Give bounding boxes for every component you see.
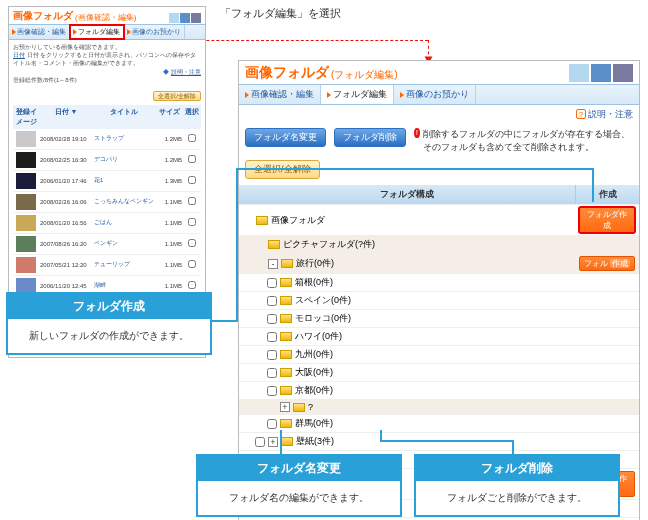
cell-title[interactable]: ペンギン	[93, 237, 155, 250]
cell-size: 1.1MB	[155, 281, 183, 291]
sort-size[interactable]: サイズ	[155, 105, 183, 129]
row-checkbox[interactable]	[188, 197, 196, 205]
folder-label: ハワイ(0件)	[295, 330, 342, 343]
cell-title[interactable]: チューリップ	[93, 258, 155, 271]
thumbnail[interactable]	[16, 236, 36, 252]
sort-date[interactable]: 日付 ▼	[39, 105, 93, 129]
cell-title[interactable]: デコパリ	[93, 153, 155, 166]
select-all-button[interactable]: 全選択/全解除	[153, 91, 201, 101]
help-icon: ?	[576, 109, 586, 119]
table-row: 2008/02/25 16:30デコパリ1.2MB	[13, 150, 201, 171]
tree-row: 群馬(0件)	[239, 414, 639, 432]
sort-name[interactable]: タイトル	[93, 105, 155, 129]
row-checkbox[interactable]	[188, 218, 196, 226]
panel-header: 画像フォルダ (フォルダ編集)	[239, 61, 639, 84]
tab-bar: 画像確認・編集 フォルダ編集 画像のお預かり	[239, 84, 639, 105]
cell-title[interactable]: 湖畔	[93, 279, 155, 292]
thumbnail[interactable]	[16, 257, 36, 273]
connector-line	[592, 168, 594, 202]
row-checkbox[interactable]	[267, 386, 277, 396]
row-checkbox[interactable]	[267, 419, 277, 429]
row-checkbox[interactable]	[267, 368, 277, 378]
create-folder-button[interactable]: フォルダ作成	[579, 207, 635, 233]
callout-title: フォルダ名変更	[198, 456, 400, 481]
tab-image-keep[interactable]: 画像のお預かり	[394, 85, 476, 104]
connector-line	[212, 320, 238, 322]
tab-folder-edit[interactable]: フォルダ編集	[321, 85, 394, 104]
folder-label: 大阪(0件)	[295, 366, 333, 379]
help-link[interactable]: 説明・注意	[171, 69, 201, 75]
folder-edit-panel: 画像フォルダ (フォルダ編集) 画像確認・編集 フォルダ編集 画像のお預かり ?…	[238, 60, 640, 520]
header-decoration	[169, 13, 201, 23]
callout-folder-rename: フォルダ名変更 フォルダ名の編集ができます。	[196, 454, 402, 517]
date-link[interactable]: 日付	[13, 52, 25, 58]
tree-header: フォルダ構成 作成	[239, 185, 639, 204]
rename-folder-button[interactable]: フォルダ名変更	[245, 128, 326, 147]
expand-toggle[interactable]: +	[280, 402, 290, 412]
cell-title[interactable]: ストラップ	[93, 132, 155, 145]
row-checkbox[interactable]	[267, 278, 277, 288]
folder-label: 群馬(0件)	[295, 417, 333, 430]
row-checkbox[interactable]	[267, 314, 277, 324]
thumbnail[interactable]	[16, 215, 36, 231]
tree-row: 箱根(0件)	[239, 273, 639, 291]
row-checkbox[interactable]	[188, 260, 196, 268]
folder-icon	[268, 240, 280, 249]
callout-folder-create: フォルダ作成 新しいフォルダの作成ができます。	[6, 292, 212, 355]
cell-date: 2006/01/20 17:46	[39, 176, 93, 186]
row-checkbox[interactable]	[267, 296, 277, 306]
cell-title[interactable]: こっちみんなペンギン	[93, 195, 155, 208]
cell-date: 2007/05/21 12:20	[39, 260, 93, 270]
folder-label: 画像フォルダ	[271, 214, 325, 227]
connector-line	[512, 440, 514, 454]
folder-label: スペイン(0件)	[295, 294, 351, 307]
help-link[interactable]: 説明・注意	[588, 109, 633, 119]
cell-size: 1.1MB	[155, 260, 183, 270]
row-checkbox[interactable]	[188, 155, 196, 163]
thumbnail[interactable]	[16, 152, 36, 168]
top-actions: フォルダ名変更 フォルダ削除 ! 削除するフォルダの中にフォルダが存在する場合、…	[239, 124, 639, 158]
connector-line	[380, 430, 382, 440]
tab-image-check[interactable]: 画像確認・編集	[9, 25, 70, 39]
tab-image-keep[interactable]: 画像のお預かり	[124, 25, 185, 39]
folder-icon	[280, 278, 292, 287]
row-checkbox[interactable]	[188, 281, 196, 289]
create-folder-button[interactable]: フォル作成	[579, 256, 635, 271]
folder-label: 九州(0件)	[295, 348, 333, 361]
cell-date: 2008/02/26 16:06	[39, 197, 93, 207]
row-checkbox[interactable]	[188, 134, 196, 142]
cell-title[interactable]: ごはん	[93, 216, 155, 229]
folder-icon	[293, 403, 305, 412]
callout-body: フォルダ名の編集ができます。	[198, 481, 400, 515]
connector-line	[380, 440, 512, 442]
thumbnail[interactable]	[16, 194, 36, 210]
callout-folder-delete: フォルダ削除 フォルダごと削除ができます。	[414, 454, 620, 517]
callout-title: フォルダ削除	[416, 456, 618, 481]
panel-header: 画像フォルダ (画像確認・編集)	[9, 7, 205, 24]
folder-icon	[280, 296, 292, 305]
cell-size: 1.1MB	[155, 197, 183, 207]
cell-size: 1.1MB	[155, 239, 183, 249]
thumbnail[interactable]	[16, 173, 36, 189]
cell-size: 1.3MB	[155, 176, 183, 186]
chevron-right-icon	[73, 29, 77, 35]
panel-title: 画像フォルダ	[13, 9, 73, 23]
row-checkbox[interactable]	[188, 239, 196, 247]
delete-warning: ! 削除するフォルダの中にフォルダが存在する場合、そのフォルダも含めて全て削除さ…	[414, 128, 633, 154]
thumbnail[interactable]	[16, 131, 36, 147]
expand-toggle[interactable]: -	[268, 259, 278, 269]
delete-folder-button[interactable]: フォルダ削除	[334, 128, 406, 147]
tab-folder-edit[interactable]: フォルダ編集	[70, 25, 124, 39]
tree-row: ハワイ(0件)	[239, 327, 639, 345]
tree-row: 九州(0件)	[239, 345, 639, 363]
row-checkbox[interactable]	[255, 437, 265, 447]
row-checkbox[interactable]	[267, 332, 277, 342]
row-checkbox[interactable]	[188, 176, 196, 184]
cell-title[interactable]: 花1	[93, 174, 155, 187]
tab-image-check[interactable]: 画像確認・編集	[239, 85, 321, 104]
folder-icon	[280, 332, 292, 341]
expand-toggle[interactable]: +	[268, 437, 278, 447]
folder-icon	[280, 314, 292, 323]
row-checkbox[interactable]	[267, 350, 277, 360]
folder-icon	[281, 437, 293, 446]
